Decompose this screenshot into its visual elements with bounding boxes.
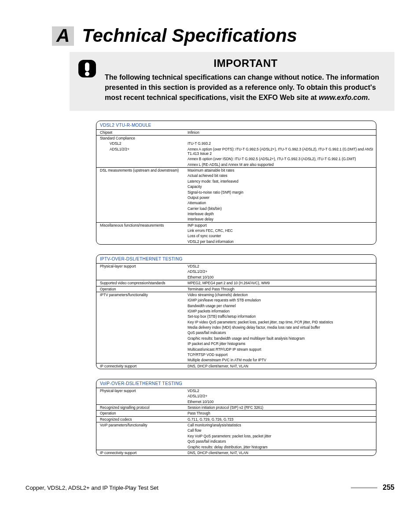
table-row: Key IP video QoS parameters: packet loss… xyxy=(96,319,376,325)
spec-value: Multiple downstream PVC in ATM mode for … xyxy=(184,357,376,363)
spec-label xyxy=(96,297,184,303)
spec-label: Operation xyxy=(96,411,184,416)
spec-value: Graphic results: delay distribution, jit… xyxy=(184,444,376,450)
spec-label: Miscellaneous functions/measurements xyxy=(96,222,184,228)
appendix-letter: A xyxy=(52,26,74,46)
spec-label xyxy=(96,184,184,189)
table-row: Call flow xyxy=(96,428,376,433)
table-row: IPTV parameters/functionalityVideo strea… xyxy=(96,292,376,297)
spec-label xyxy=(96,303,184,308)
spec-value: Media delivery index (MDI) showing delay… xyxy=(184,325,376,330)
spec-label xyxy=(96,275,184,280)
spec-label xyxy=(96,308,184,314)
spec-value: Video streaming (channels) detection xyxy=(184,292,376,297)
spec-value: Annex B option (over ISDN): ITU-T G.992.… xyxy=(184,156,376,161)
spec-value: Graphic results: bandwidth usage and mul… xyxy=(184,336,376,341)
table-row: Interleave delay xyxy=(96,216,376,222)
spec-label xyxy=(96,433,184,439)
table-row: Carrier load (bits/bin) xyxy=(96,206,376,211)
table-row: Capacity xyxy=(96,184,376,189)
spec-value: Capacity xyxy=(184,184,376,189)
spec-label xyxy=(96,393,184,399)
spec-label: Supported video compression/standards xyxy=(96,280,184,286)
spec-block-title: VoIP-OVER-DSL/ETHERNET TESTING xyxy=(96,379,376,388)
spec-value: VDSL2 xyxy=(184,264,376,269)
table-row: QoS pass/fail indicators xyxy=(96,439,376,444)
table-row: OperationPass Through xyxy=(96,411,376,416)
page-number: 255 xyxy=(383,484,394,492)
spec-value: Maximum attainable bit rates xyxy=(184,168,376,173)
spec-value: Pass Through xyxy=(184,411,376,416)
spec-value: Link errors FEC, CRC, HEC xyxy=(184,228,376,233)
svg-rect-1 xyxy=(85,62,89,71)
spec-value: IP packet and PCR jitter histograms xyxy=(184,341,376,346)
spec-value: ADSL1/2/2+ xyxy=(184,269,376,274)
spec-value: Output power xyxy=(184,195,376,200)
spec-label xyxy=(96,336,184,341)
spec-value: Carrier load (bits/bin) xyxy=(184,206,376,211)
table-row: Recognized codecsG.711, G.729, G.726, G.… xyxy=(96,416,376,422)
spec-label: Operation xyxy=(96,286,184,292)
table-row: Ethernet 10/100 xyxy=(96,275,376,280)
spec-value: Interleave depth xyxy=(184,211,376,216)
table-row: TCP/RTSP VOD support xyxy=(96,352,376,357)
table-row: VDSL2ITU-T G.993.2 xyxy=(96,141,376,146)
table-row: OperationTerminate and Pass Through xyxy=(96,286,376,292)
spec-value: Call flow xyxy=(184,428,376,433)
spec-value xyxy=(184,135,376,141)
spec-block-title: VDSL2 VTU-R-MODULE xyxy=(96,121,376,130)
table-row: Physical-layer supportVDSL2 xyxy=(96,264,376,269)
spec-value: Interleave delay xyxy=(184,216,376,222)
spec-value: ITU-T G.993.2 xyxy=(184,141,376,146)
spec-label: Chipset xyxy=(96,130,184,136)
spec-value: Annex L (RE-ADSL) and Annex M are also s… xyxy=(184,162,376,168)
table-row: ADSL1/2/2+ xyxy=(96,269,376,274)
spec-table: Physical-layer supportVDSL2ADSL1/2/2+Eth… xyxy=(96,264,376,369)
spec-label xyxy=(96,330,184,335)
spec-label xyxy=(96,341,184,346)
table-row: Multicast/unicast RTP/UDP IP stream supp… xyxy=(96,347,376,352)
table-row: Actual achieved bit rates xyxy=(96,173,376,178)
spec-value: VDSL2 xyxy=(184,388,376,393)
spec-label xyxy=(96,206,184,211)
spec-label xyxy=(96,216,184,222)
table-row: Attenuation xyxy=(96,200,376,205)
spec-label xyxy=(96,195,184,200)
table-row: Link errors FEC, CRC, HEC xyxy=(96,228,376,233)
table-row: Physical-layer supportVDSL2 xyxy=(96,388,376,393)
spec-block: VoIP-OVER-DSL/ETHERNET TESTINGPhysical-l… xyxy=(96,379,376,456)
spec-value: TCP/RTSP VOD support xyxy=(184,352,376,357)
table-row: Set-top box (STB) traffic/setup informat… xyxy=(96,314,376,319)
spec-value: Actual achieved bit rates xyxy=(184,173,376,178)
spec-label: IP connectivity support xyxy=(96,450,184,455)
table-row: Multiple downstream PVC in ATM mode for … xyxy=(96,357,376,363)
spec-value: Call monitoring/analysis/statistics xyxy=(184,422,376,428)
spec-label xyxy=(96,269,184,274)
spec-value: Ethernet 10/100 xyxy=(184,275,376,280)
spec-block: VDSL2 VTU-R-MODULEChipsetInfinionStandar… xyxy=(96,121,376,245)
spec-value: Bandwidth usage per channel xyxy=(184,303,376,308)
spec-label: ADSL1/2/2+ xyxy=(96,147,184,157)
spec-label xyxy=(96,228,184,233)
spec-label: Physical-layer support xyxy=(96,388,184,393)
spec-label: VoIP parameters/functionality xyxy=(96,422,184,428)
table-row: DSL measurements (upstream and downstrea… xyxy=(96,168,376,173)
spec-label xyxy=(96,233,184,238)
spec-label xyxy=(96,439,184,444)
table-row: VDSL2 per band information xyxy=(96,239,376,244)
table-row: IGMP packets information xyxy=(96,308,376,314)
spec-value: Latency mode: fast, interleaved xyxy=(184,179,376,184)
spec-label xyxy=(96,314,184,319)
table-row: Graphic results: delay distribution, jit… xyxy=(96,444,376,450)
table-row: ADSL1/2/2+Annex A option (over POTS): IT… xyxy=(96,147,376,157)
table-row: QoS pass/fail indicators xyxy=(96,330,376,335)
table-row: ChipsetInfinion xyxy=(96,130,376,136)
table-row: Key VoIP QoS parameters: packet loss, pa… xyxy=(96,433,376,439)
spec-value: DNS, DHCP client/server, NAT, VLAN xyxy=(184,450,376,455)
spec-label xyxy=(96,319,184,325)
table-row: Ethernet 10/100 xyxy=(96,399,376,405)
spec-label xyxy=(96,444,184,450)
spec-label xyxy=(96,200,184,205)
spec-label: Physical-layer support xyxy=(96,264,184,269)
spec-label: VDSL2 xyxy=(96,141,184,146)
